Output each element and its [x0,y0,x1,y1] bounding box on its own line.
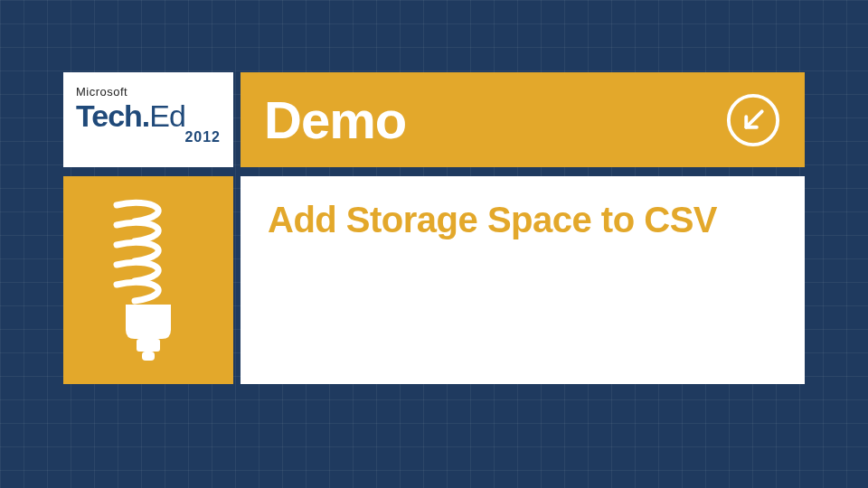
header-label: Demo [264,89,406,150]
brand-product: Tech.Ed [76,100,221,131]
svg-line-1 [746,111,761,127]
brand-logo-tile: Microsoft Tech.Ed 2012 [63,72,233,167]
header-tile: Demo [241,72,805,167]
svg-rect-2 [137,339,160,352]
brand-product-b: Ed [149,99,185,133]
lightbulb-tile [63,176,233,384]
circle-arrow-down-left-icon [725,92,781,148]
content-tile: Add Storage Space to CSV [241,176,805,384]
content-title: Add Storage Space to CSV [268,200,778,240]
brand-company: Microsoft [76,85,221,99]
cfl-lightbulb-icon [99,194,198,366]
svg-rect-3 [142,352,155,361]
brand-product-a: Tech. [76,99,149,133]
